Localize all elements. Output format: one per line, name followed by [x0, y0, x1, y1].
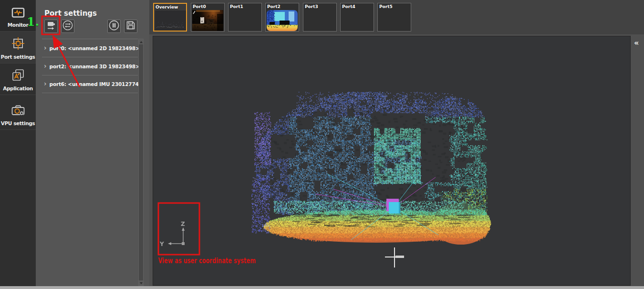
port-list: › port0: <unnamed 2D 19823498> › port2: …: [42, 39, 138, 93]
overview-thumbnail: [155, 11, 186, 32]
application-icon: [11, 68, 25, 84]
port-row-label: port2: <unnamed 3D 19823498>: [50, 64, 140, 69]
sidebar-item-vpu-settings[interactable]: VPU settings: [0, 95, 36, 130]
pointcloud-viewport[interactable]: [153, 36, 631, 286]
parameters-button[interactable]: [61, 20, 74, 33]
port-row-port6[interactable]: › port6: <unnamed IMU 23012774>: [42, 75, 138, 93]
pause-button[interactable]: [107, 20, 121, 33]
tab-port5[interactable]: Port5: [377, 3, 411, 32]
tab-label: Port0: [193, 4, 206, 9]
port-settings-panel: Port settings: [36, 0, 149, 286]
chevron-right-icon: ›: [44, 80, 47, 87]
tab-port1[interactable]: Port1: [228, 3, 262, 32]
chevron-right-icon: ›: [44, 63, 47, 69]
nav-sidebar: Monitor Port settings: [0, 0, 36, 286]
tab-label: Overview: [156, 5, 178, 10]
panel-scrollbar[interactable]: [138, 39, 144, 286]
sidebar-item-label: Port settings: [1, 54, 35, 60]
port-row-port2[interactable]: › port2: <unnamed 3D 19823498>: [42, 57, 138, 75]
bottom-scroll-strip[interactable]: [0, 286, 644, 289]
side-panel-strip: «: [631, 36, 644, 286]
tab-port0[interactable]: Port0: [191, 3, 225, 32]
scroll-up-button[interactable]: [139, 39, 143, 44]
monitor-icon: [11, 8, 25, 20]
tab-label: Port2: [267, 4, 280, 9]
port2-thumbnail: [267, 10, 298, 31]
vpu-settings-icon: [11, 104, 25, 118]
port-settings-icon: [11, 37, 25, 52]
tab-label: Port1: [230, 4, 243, 9]
sidebar-item-label: Monitor: [8, 22, 28, 28]
pointcloud-canvas[interactable]: [153, 36, 630, 285]
sidebar-item-label: Application: [3, 86, 33, 91]
swap-arrows-icon: [62, 20, 73, 33]
save-icon: [125, 20, 136, 33]
sidebar-item-port-settings[interactable]: Port settings: [0, 32, 36, 64]
port-row-label: port6: <unnamed IMU 23012774>: [50, 81, 143, 87]
expand-panel-button[interactable]: «: [634, 38, 639, 47]
triangle-down-icon: [140, 282, 143, 284]
annotation-step-number: 1.: [27, 15, 39, 29]
viewer-area: Overview Port0 Port1 Port2 Port3 Port4 P…: [149, 0, 644, 286]
port0-thumbnail: [192, 10, 223, 31]
tab-overview[interactable]: Overview: [153, 3, 187, 32]
chevron-right-icon: ›: [44, 44, 47, 51]
annotation-note: View as user coordinate system: [158, 257, 256, 265]
thumbnail-bar: Overview Port0 Port1 Port2 Port3 Port4 P…: [149, 0, 644, 34]
tab-label: Port5: [379, 4, 393, 9]
panel-title: Port settings: [44, 9, 97, 18]
display-arrow-icon: [45, 20, 57, 33]
port-row-label: port0: <unnamed 2D 19823498>: [50, 45, 140, 51]
app-window: Monitor Port settings: [0, 0, 644, 289]
tab-port4[interactable]: Port4: [340, 3, 374, 32]
view-mode-button[interactable]: [44, 20, 58, 33]
tab-port2[interactable]: Port2: [265, 3, 299, 32]
tab-port3[interactable]: Port3: [303, 3, 337, 32]
port-row-port0[interactable]: › port0: <unnamed 2D 19823498>: [42, 39, 138, 57]
save-button[interactable]: [124, 20, 137, 33]
pause-icon: [108, 20, 120, 33]
triangle-up-icon: [140, 41, 143, 43]
tab-label: Port4: [342, 4, 355, 9]
sidebar-item-label: VPU settings: [1, 120, 35, 126]
scroll-down-button[interactable]: [139, 280, 143, 286]
sidebar-item-application[interactable]: Application: [0, 64, 36, 95]
tab-label: Port3: [305, 4, 318, 9]
